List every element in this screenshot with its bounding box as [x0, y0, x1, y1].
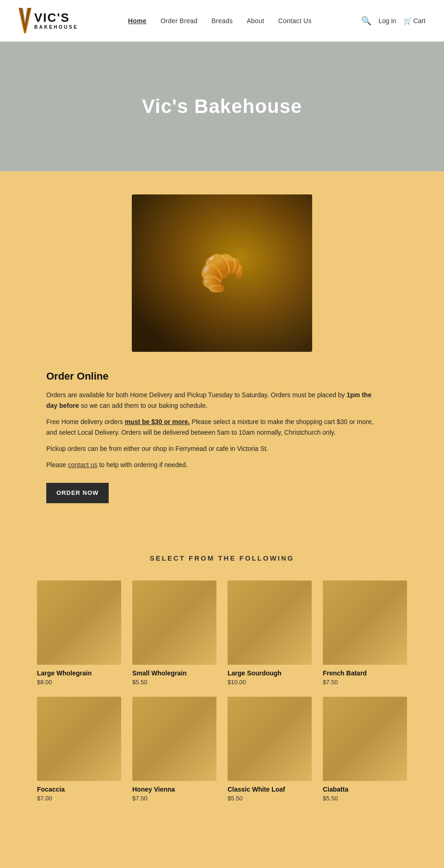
product-card[interactable]: Honey Vienna $7.50: [132, 697, 216, 802]
cart-link[interactable]: 🛒 Cart: [404, 17, 426, 25]
product-image: [37, 697, 121, 781]
nav-contact[interactable]: Contact Us: [278, 17, 311, 25]
main-content: Order Online Orders are available for bo…: [0, 171, 444, 526]
product-image: [323, 697, 407, 781]
product-card[interactable]: Classic White Loaf $5.50: [228, 697, 312, 802]
product-price: $7.50: [132, 795, 216, 802]
product-price: $5.50: [228, 795, 312, 802]
main-nav: Home Order Bread Breads About Contact Us: [79, 17, 361, 25]
logo-icon: [18, 8, 31, 33]
hero-title: Vic's Bakehouse: [142, 95, 302, 118]
cart-icon: 🛒: [404, 17, 412, 25]
order-paragraph-2: Free Home delivery orders must be $30 or…: [46, 417, 384, 438]
product-image: [228, 697, 312, 781]
product-image: [323, 581, 407, 665]
search-button[interactable]: 🔍: [361, 16, 371, 26]
product-card[interactable]: Large Wholegrain $8.00: [37, 581, 121, 686]
order-paragraph-4: Please contact us to help with ordering …: [46, 460, 384, 470]
product-price: $7.00: [37, 795, 121, 802]
bread-image: [132, 194, 312, 352]
order-paragraph-3: Pickup orders can be from either our sho…: [46, 443, 384, 454]
product-grid: Large Wholegrain $8.00 Small Wholegrain …: [37, 581, 407, 802]
login-link[interactable]: Log in: [379, 17, 396, 25]
product-card[interactable]: Small Wholegrain $5.50: [132, 581, 216, 686]
product-name: Classic White Loaf: [228, 786, 312, 793]
logo[interactable]: VIC'S BAKEHOUSE: [18, 8, 79, 33]
product-card[interactable]: Ciabatta $5.50: [323, 697, 407, 802]
site-header: VIC'S BAKEHOUSE Home Order Bread Breads …: [0, 0, 444, 42]
order-paragraph-1: Orders are available for both Home Deliv…: [46, 390, 384, 411]
product-name: Large Wholegrain: [37, 669, 121, 677]
nav-breads[interactable]: Breads: [211, 17, 233, 25]
logo-text: VIC'S BAKEHOUSE: [34, 12, 78, 30]
select-heading: SELECT FROM THE FOLLOWING: [37, 554, 407, 562]
product-card[interactable]: French Batard $7.50: [323, 581, 407, 686]
logo-vic: VIC'S: [34, 12, 78, 24]
product-card[interactable]: Large Sourdough $10.00: [228, 581, 312, 686]
order-now-button[interactable]: ORDER NOW: [46, 483, 109, 504]
product-price: $10.00: [228, 679, 312, 686]
product-image: [228, 581, 312, 665]
product-price: $7.50: [323, 679, 407, 686]
hero-section: Vic's Bakehouse: [0, 42, 444, 171]
contact-us-link[interactable]: contact us: [68, 461, 98, 468]
product-name: Ciabatta: [323, 786, 407, 793]
select-section: SELECT FROM THE FOLLOWING Large Wholegra…: [0, 526, 444, 825]
product-price: $5.50: [132, 679, 216, 686]
bread-image-container: [46, 194, 398, 352]
product-card[interactable]: Focaccia $7.00: [37, 697, 121, 802]
product-name: Large Sourdough: [228, 669, 312, 677]
order-section: Order Online Orders are available for bo…: [46, 370, 384, 503]
order-heading: Order Online: [46, 370, 384, 382]
product-price: $8.00: [37, 679, 121, 686]
product-image: [132, 697, 216, 781]
product-image: [37, 581, 121, 665]
logo-bakehouse: BAKEHOUSE: [34, 25, 78, 30]
search-icon: 🔍: [361, 16, 371, 25]
product-image: [132, 581, 216, 665]
product-name: Small Wholegrain: [132, 669, 216, 677]
nav-home[interactable]: Home: [128, 17, 147, 25]
product-name: Honey Vienna: [132, 786, 216, 793]
nav-order-bread[interactable]: Order Bread: [160, 17, 197, 25]
header-actions: 🔍 Log in 🛒 Cart: [361, 16, 426, 26]
nav-about[interactable]: About: [247, 17, 264, 25]
product-price: $5.50: [323, 795, 407, 802]
product-name: French Batard: [323, 669, 407, 677]
product-name: Focaccia: [37, 786, 121, 793]
